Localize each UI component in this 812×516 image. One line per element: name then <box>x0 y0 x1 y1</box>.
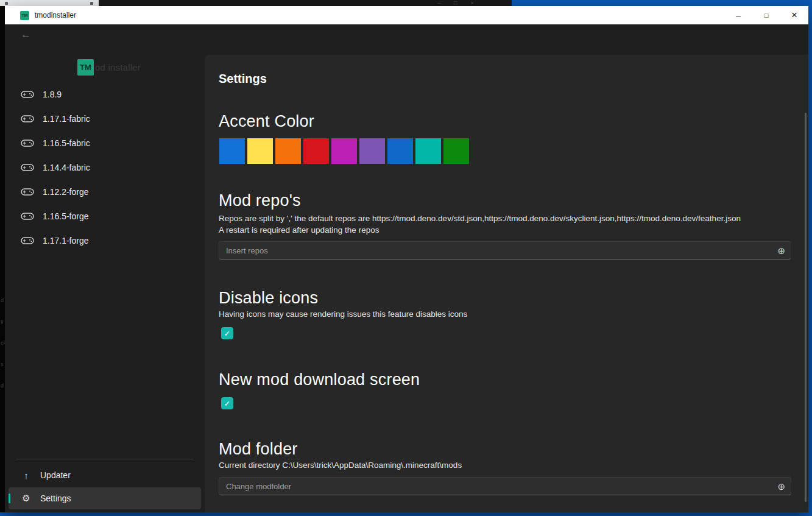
sidebar-item-updater[interactable]: ↑ Updater <box>9 464 201 486</box>
version-label: 1.12.2-forge <box>43 187 89 197</box>
background-window-left-fragment: d ti ck s d <box>0 6 5 512</box>
sidebar-footer: ↑ Updater ⚙ Settings <box>9 459 201 512</box>
version-list: 1.8.9 1.17.1-fabric 1.16.5-fabric 1.14.4… <box>5 82 202 253</box>
gamepad-icon <box>21 139 34 147</box>
accent-swatch-yellow[interactable] <box>247 138 273 164</box>
background-close-icon: × <box>470 0 473 6</box>
selection-indicator <box>9 493 10 503</box>
minimize-button[interactable]: – <box>724 6 752 24</box>
disable-icons-description: Having icons may cause rendering issues … <box>219 309 467 319</box>
accent-swatch-magenta[interactable] <box>331 138 357 164</box>
sidebar: TM od installer 1.8.9 1.17.1-fabric 1.16… <box>5 24 205 512</box>
mod-repos-description-2: A restart is required after updating the… <box>219 225 379 235</box>
gamepad-icon <box>21 90 34 99</box>
background-minimize-icon: – <box>437 0 440 6</box>
sidebar-item-settings[interactable]: ⚙ Settings <box>9 487 201 509</box>
accent-swatch-teal[interactable] <box>415 138 441 164</box>
sidebar-item-1-14-4-fabric[interactable]: 1.14.4-fabric <box>5 155 202 180</box>
gamepad-icon <box>21 236 34 245</box>
logo-suffix: od installer <box>95 62 141 72</box>
version-label: 1.16.5-forge <box>43 211 89 221</box>
mod-folder-input[interactable] <box>219 477 791 495</box>
check-icon: ✓ <box>224 329 231 338</box>
sidebar-item-1-8-9[interactable]: 1.8.9 <box>5 82 202 107</box>
accent-color-swatches <box>219 138 469 164</box>
text-fragment: ck <box>1 340 5 346</box>
gamepad-icon <box>21 188 34 196</box>
add-repo-icon[interactable]: ⊕ <box>777 246 785 255</box>
accent-swatch-blue[interactable] <box>219 138 245 164</box>
mod-repos-description-1: Repos are split by ',' the default repos… <box>219 214 741 223</box>
disable-icons-heading: Disable icons <box>219 289 318 308</box>
text-fragment: ti <box>1 319 4 325</box>
sidebar-item-1-17-1-fabric[interactable]: 1.17.1-fabric <box>5 107 202 131</box>
version-label: 1.16.5-fabric <box>43 138 90 148</box>
window-title: tmodinstaller <box>35 11 76 19</box>
mod-folder-input-row: ⊕ <box>219 477 791 495</box>
accent-swatch-green[interactable] <box>443 138 469 164</box>
change-folder-icon[interactable]: ⊕ <box>777 482 785 491</box>
sidebar-item-1-17-1-forge[interactable]: 1.17.1-forge <box>5 228 202 253</box>
maximize-button[interactable]: □ <box>752 6 780 24</box>
desktop: { "background": { "left_fragments": ["d"… <box>0 0 812 516</box>
divider <box>16 459 194 459</box>
text-fragment: s <box>1 361 4 367</box>
gamepad-icon <box>21 212 34 221</box>
updater-label: Updater <box>40 470 71 480</box>
tmodinstaller-window: TM tmodinstaller – □ × ← TM od installer… <box>5 6 808 512</box>
accent-color-heading: Accent Color <box>219 112 314 131</box>
new-download-screen-heading: New mod download screen <box>219 370 420 389</box>
app-icon: TM <box>20 11 29 20</box>
background-maximize-icon: □ <box>454 0 457 6</box>
accent-swatch-orange[interactable] <box>275 138 301 164</box>
up-arrow-icon: ↑ <box>21 470 32 481</box>
text-fragment: d <box>1 383 4 389</box>
background-window-titlebar-fragment: – □ × <box>99 0 512 6</box>
sidebar-item-1-16-5-fabric[interactable]: 1.16.5-fabric <box>5 131 202 155</box>
version-label: 1.17.1-fabric <box>43 114 90 124</box>
close-button[interactable]: × <box>780 6 808 24</box>
gear-icon: ⚙ <box>21 493 32 504</box>
mod-repos-heading: Mod repo's <box>219 191 301 210</box>
mod-folder-description: Current directory C:\Users\trick\AppData… <box>219 461 462 470</box>
vertical-scrollbar[interactable] <box>805 113 807 502</box>
gamepad-icon <box>21 163 34 172</box>
window-body: ← TM od installer 1.8.9 1.17.1-fabric 1.… <box>5 24 808 512</box>
version-label: 1.17.1-forge <box>43 236 89 246</box>
disable-icons-checkbox[interactable]: ✓ <box>221 327 233 339</box>
sidebar-item-1-16-5-forge[interactable]: 1.16.5-forge <box>5 204 202 228</box>
new-download-screen-checkbox[interactable]: ✓ <box>221 397 233 409</box>
repos-input[interactable] <box>219 241 791 260</box>
accent-swatch-red[interactable] <box>303 138 329 164</box>
sidebar-item-1-12-2-forge[interactable]: 1.12.2-forge <box>5 180 202 204</box>
background-window-fragment <box>0 0 99 6</box>
mod-folder-heading: Mod folder <box>219 440 298 459</box>
settings-label: Settings <box>40 493 71 503</box>
accent-swatch-purple[interactable] <box>359 138 385 164</box>
version-label: 1.14.4-fabric <box>43 163 90 172</box>
app-logo: TM od installer <box>77 59 141 76</box>
background-tab-icon <box>5 2 8 5</box>
version-label: 1.8.9 <box>43 90 62 99</box>
repos-input-row: ⊕ <box>219 241 791 260</box>
settings-page: Settings Accent Color Mod repo's Repos a… <box>205 55 808 512</box>
logo-icon: TM <box>77 59 94 76</box>
gamepad-icon <box>21 115 34 123</box>
background-tab-close-icon <box>90 2 93 5</box>
page-title: Settings <box>219 72 267 86</box>
accent-swatch-blue-2[interactable] <box>387 138 413 164</box>
titlebar[interactable]: TM tmodinstaller – □ × <box>5 6 808 24</box>
text-fragment: d <box>1 297 4 303</box>
check-icon: ✓ <box>224 399 231 408</box>
